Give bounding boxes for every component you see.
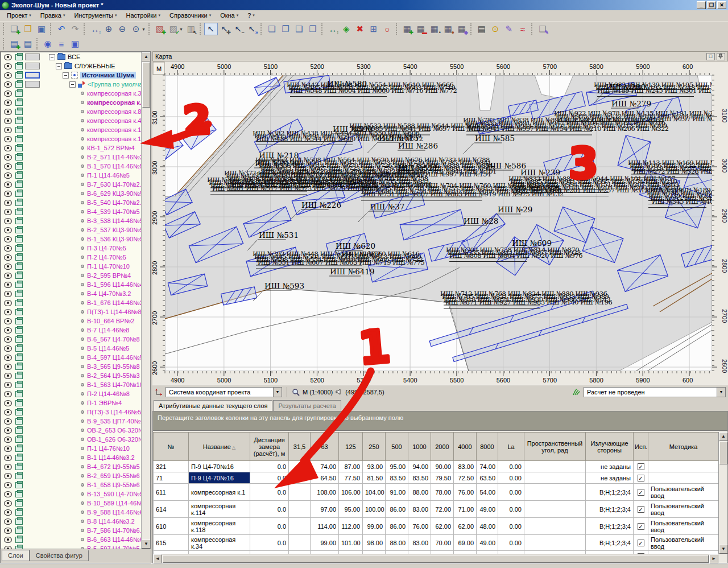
tree-expander-icon[interactable] bbox=[69, 81, 76, 88]
print-icon[interactable] bbox=[15, 518, 23, 525]
tree-row[interactable]: П-1 ЭВР№4 bbox=[1, 398, 141, 408]
cell-band-8000[interactable]: 49.00 bbox=[477, 535, 498, 551]
print-icon[interactable] bbox=[15, 254, 23, 261]
cell-band-500[interactable]: 88.00 bbox=[386, 535, 408, 551]
cell-band-125[interactable]: 106.00 bbox=[339, 484, 363, 501]
cell-method[interactable]: Пользовательский ввод bbox=[648, 535, 719, 551]
cell-band-31,5[interactable] bbox=[289, 535, 311, 551]
visibility-eye-icon[interactable] bbox=[4, 528, 12, 534]
visibility-eye-icon[interactable] bbox=[4, 355, 12, 361]
tree-item-label[interactable]: В-4_597 Ц14-46№5 bbox=[87, 354, 143, 361]
tree-item-label[interactable]: П-1 Ц4-70№10 bbox=[87, 263, 130, 270]
tree-row[interactable]: П(ТЗ)-3 Ц14-46№5 bbox=[1, 408, 141, 417]
tree-row[interactable]: компрессорная к.80 bbox=[1, 107, 141, 116]
cell-band-63[interactable]: 64.50 bbox=[311, 472, 339, 484]
tree-expander-icon[interactable] bbox=[63, 72, 69, 79]
print-icon[interactable] bbox=[15, 200, 23, 206]
tree-item-label[interactable]: КВ-1_572 ВР№4 bbox=[87, 145, 135, 151]
visibility-eye-icon[interactable] bbox=[4, 409, 12, 415]
visibility-eye-icon[interactable] bbox=[4, 172, 12, 179]
table-vscrollbar[interactable]: ▲ ▼ bbox=[718, 432, 727, 554]
tree-row[interactable]: Источники Шума bbox=[1, 71, 141, 80]
print-icon[interactable] bbox=[15, 273, 23, 279]
print-icon[interactable] bbox=[15, 455, 23, 461]
cell-distance[interactable]: 0.0 bbox=[250, 535, 289, 551]
visibility-eye-icon[interactable] bbox=[4, 191, 12, 197]
table-hscroll-thumb[interactable] bbox=[163, 555, 709, 563]
visibility-eye-icon[interactable] bbox=[4, 100, 12, 106]
cell-band-125[interactable]: 101.00 bbox=[339, 535, 363, 551]
cell-method[interactable] bbox=[648, 472, 719, 484]
cell-angle[interactable] bbox=[524, 501, 586, 518]
print-icon[interactable] bbox=[15, 327, 23, 334]
tree-row[interactable]: В-4_539 Ц4-70№5 bbox=[1, 207, 141, 216]
send-back-button[interactable]: ❐ bbox=[279, 23, 292, 35]
visibility-eye-icon[interactable] bbox=[4, 282, 12, 288]
tab-figure-props[interactable]: Свойства фигур bbox=[30, 550, 89, 561]
delete-button[interactable]: ✖ bbox=[353, 23, 367, 35]
print-icon[interactable] bbox=[15, 154, 23, 160]
visibility-eye-icon[interactable] bbox=[4, 373, 12, 379]
tree-item-label[interactable]: В-1_658 Ц9-55№6 bbox=[87, 481, 140, 488]
visibility-eye-icon[interactable] bbox=[4, 90, 12, 97]
print-icon[interactable] bbox=[15, 182, 23, 188]
table-row[interactable]: 610компрессорная к.1180.0114.00112.0099.… bbox=[154, 518, 719, 535]
tree-item-label[interactable]: В-1_676 Ц14-46№2.5 bbox=[87, 299, 148, 306]
visibility-eye-icon[interactable] bbox=[4, 81, 12, 88]
column-header-3[interactable]: Дистанция замера (расчёт), м bbox=[250, 433, 289, 461]
remove-node-button[interactable]: ↖− bbox=[231, 23, 245, 35]
layer-color-swatch[interactable] bbox=[25, 72, 40, 79]
move-selection-button[interactable]: ↖» bbox=[245, 23, 259, 35]
tree-item-label[interactable]: В-4_539 Ц4-70№5 bbox=[87, 208, 140, 215]
toolbar-grip[interactable] bbox=[50, 23, 53, 35]
cell-method[interactable]: Пользовательский ввод bbox=[648, 518, 719, 535]
tree-row[interactable]: В-4 Ц4-70№3.2 bbox=[1, 289, 141, 298]
edit-doc-button[interactable]: ✎ bbox=[502, 23, 516, 35]
cell-angle[interactable] bbox=[524, 472, 586, 484]
visibility-eye-icon[interactable] bbox=[4, 345, 12, 352]
tree-item-label[interactable]: П-1 ЭВР№4 bbox=[87, 400, 122, 406]
table-del-row-button[interactable]: ▦▬ bbox=[414, 23, 428, 35]
print-icon[interactable] bbox=[15, 163, 23, 170]
redo-button[interactable]: ↷ bbox=[68, 23, 82, 35]
visibility-eye-icon[interactable] bbox=[4, 291, 12, 297]
tree-item-label[interactable]: В-2_537 КЦ3-90№5 bbox=[87, 227, 143, 233]
print-icon[interactable] bbox=[15, 264, 23, 270]
cell-band-2000[interactable]: 90.00 bbox=[431, 461, 454, 472]
column-header-15[interactable]: Излучающие стороны bbox=[586, 433, 634, 461]
visibility-eye-icon[interactable] bbox=[4, 227, 12, 233]
visibility-eye-icon[interactable] bbox=[4, 245, 12, 252]
cell-band-La[interactable]: 0.00 bbox=[498, 501, 524, 518]
cell-band-1000[interactable]: 83.00 bbox=[408, 501, 431, 518]
tree-item-label[interactable]: компрессорная к.34 bbox=[87, 90, 144, 97]
apply-edits-button[interactable]: ▨✓ bbox=[167, 23, 180, 35]
cell-band-250[interactable]: 98.00 bbox=[363, 535, 386, 551]
tree-row[interactable]: П-1 Ц4-76№10 bbox=[1, 444, 141, 453]
cell-id[interactable]: 321 bbox=[154, 461, 189, 472]
tree-row[interactable]: компрессорная к.34 bbox=[1, 89, 141, 98]
tree-row[interactable]: В-1_570 Ц14-46№5 bbox=[1, 162, 141, 171]
checkbox-icon[interactable]: ✓ bbox=[638, 523, 644, 530]
cell-band-125[interactable]: 112.00 bbox=[339, 518, 363, 535]
tree-row[interactable]: П-1 Ц14-46№5 bbox=[1, 171, 141, 180]
toolbar-grip[interactable] bbox=[260, 23, 263, 35]
cell-sides[interactable]: не заданы bbox=[586, 461, 634, 472]
print-icon[interactable] bbox=[15, 446, 23, 452]
column-header-9[interactable]: 1000 bbox=[408, 433, 431, 461]
visibility-eye-icon[interactable] bbox=[4, 464, 12, 470]
print-icon[interactable] bbox=[15, 400, 23, 406]
tree-row[interactable]: В-1_563 Ц4-70№10 bbox=[1, 380, 141, 389]
cell-band-125[interactable]: 77.50 bbox=[339, 472, 363, 484]
column-header-8[interactable]: 500 bbox=[386, 433, 408, 461]
table-vscroll-thumb[interactable] bbox=[719, 442, 727, 464]
print-icon[interactable] bbox=[15, 236, 23, 242]
coord-system-dropdown-icon[interactable]: ▼ bbox=[273, 388, 282, 397]
print-icon[interactable] bbox=[15, 345, 23, 352]
cell-angle[interactable] bbox=[524, 518, 586, 535]
cell-distance[interactable]: 0.0 bbox=[250, 472, 289, 484]
tree-row[interactable]: <Группа по умолчани... bbox=[1, 80, 141, 89]
cell-distance[interactable]: 0.0 bbox=[250, 518, 289, 535]
cell-band-La[interactable]: 0.00 bbox=[498, 472, 524, 484]
tree-item-label[interactable]: В-4 Ц4-70№3.2 bbox=[87, 290, 131, 297]
print-icon[interactable] bbox=[15, 427, 23, 434]
